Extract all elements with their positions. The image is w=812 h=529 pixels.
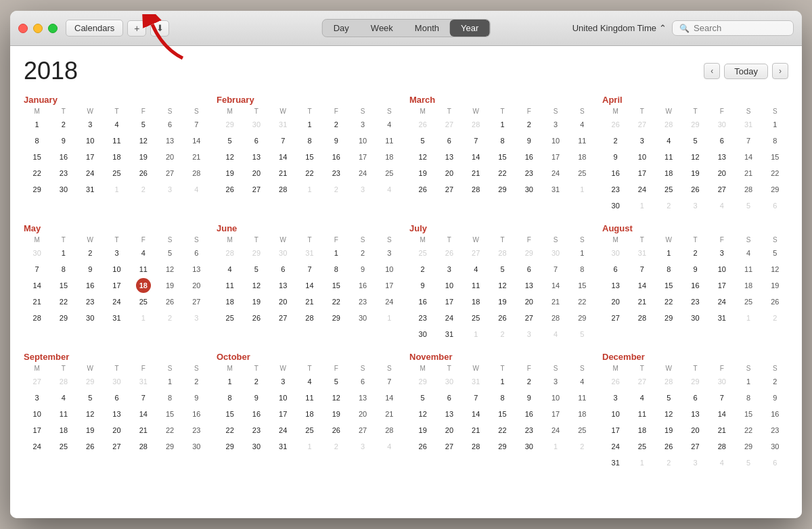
day-cell[interactable]: 12 [249,278,264,293]
day-cell[interactable]: 7 [302,262,317,277]
day-cell[interactable]: 5 [741,455,756,470]
month-title-december[interactable]: December [602,352,788,362]
day-cell[interactable]: 12 [136,133,151,148]
day-cell[interactable]: 3 [608,390,623,405]
day-cell[interactable]: 26 [661,439,676,454]
day-cell[interactable]: 28 [136,439,151,454]
day-cell[interactable]: 21 [635,294,650,309]
day-cell[interactable]: 1 [495,374,510,389]
tab-month[interactable]: Month [404,20,450,37]
day-cell[interactable]: 24 [109,294,124,309]
day-cell[interactable]: 26 [162,294,177,309]
day-cell[interactable]: 26 [608,117,623,132]
month-title-november[interactable]: November [409,352,595,362]
day-cell[interactable]: 1 [767,117,782,132]
day-cell[interactable]: 6 [767,198,782,213]
day-cell[interactable]: 15 [302,150,317,164]
day-cell[interactable]: 1 [329,246,344,260]
day-cell[interactable]: 27 [442,182,457,197]
day-cell[interactable]: 6 [522,262,537,277]
day-cell[interactable]: 3 [355,182,370,197]
day-cell[interactable]: 30 [83,310,97,325]
day-cell[interactable]: 12 [687,150,702,164]
day-cell[interactable]: 12 [415,150,430,164]
day-cell[interactable]: 4 [189,182,204,197]
day-cell[interactable]: 13 [355,390,370,405]
day-cell[interactable]: 2 [522,374,537,389]
day-cell[interactable]: 24 [355,166,370,181]
day-cell[interactable]: 11 [574,390,589,405]
day-cell[interactable]: 8 [223,390,238,405]
day-cell[interactable]: 18 [136,278,151,293]
day-cell[interactable]: 30 [249,439,264,454]
day-cell[interactable]: 20 [249,166,264,181]
day-cell[interactable]: 22 [329,294,344,309]
day-cell[interactable]: 3 [275,374,290,389]
minimize-button[interactable] [33,24,43,33]
day-cell[interactable]: 6 [109,390,124,405]
day-cell[interactable]: 15 [56,278,71,293]
day-cell[interactable]: 16 [415,294,430,309]
day-cell[interactable]: 7 [189,117,204,132]
month-title-march[interactable]: March [409,95,595,105]
day-cell[interactable]: 12 [661,407,676,421]
day-cell[interactable]: 5 [741,198,756,213]
day-cell[interactable]: 6 [715,133,729,148]
day-cell[interactable]: 26 [687,182,702,197]
day-cell[interactable]: 8 [56,262,71,277]
day-cell[interactable]: 27 [30,374,45,389]
add-event-button[interactable]: + [127,20,146,37]
day-cell[interactable]: 26 [415,117,430,132]
day-cell[interactable]: 28 [495,246,510,260]
day-cell[interactable]: 16 [355,278,370,293]
day-cell[interactable]: 22 [767,166,782,181]
day-cell[interactable]: 22 [30,166,45,181]
day-cell[interactable]: 24 [548,166,563,181]
day-cell[interactable]: 10 [275,390,290,405]
day-cell[interactable]: 15 [767,150,782,164]
day-cell[interactable]: 26 [415,182,430,197]
day-cell[interactable]: 9 [767,390,782,405]
day-cell[interactable]: 5 [83,390,97,405]
day-cell[interactable]: 3 [162,182,177,197]
day-cell[interactable]: 26 [767,294,782,309]
day-cell[interactable]: 14 [468,150,483,164]
day-cell[interactable]: 4 [223,262,238,277]
day-cell[interactable]: 2 [162,310,177,325]
day-cell[interactable]: 3 [355,117,370,132]
day-cell[interactable]: 30 [56,182,71,197]
day-cell[interactable]: 25 [223,310,238,325]
day-cell[interactable]: 23 [249,423,264,438]
day-cell[interactable]: 29 [495,182,510,197]
day-cell[interactable]: 25 [136,294,151,309]
day-cell[interactable]: 25 [635,439,650,454]
day-cell[interactable]: 2 [495,327,510,342]
day-cell[interactable]: 31 [635,246,650,260]
day-cell[interactable]: 8 [661,262,676,277]
day-cell[interactable]: 29 [415,374,430,389]
day-cell[interactable]: 27 [442,117,457,132]
day-cell[interactable]: 28 [468,439,483,454]
day-cell[interactable]: 22 [495,423,510,438]
day-cell[interactable]: 5 [162,246,177,260]
day-cell[interactable]: 2 [522,117,537,132]
day-cell[interactable]: 8 [741,390,756,405]
day-cell[interactable]: 6 [249,133,264,148]
day-cell[interactable]: 23 [83,294,97,309]
day-cell[interactable]: 11 [109,133,124,148]
day-cell[interactable]: 31 [442,327,457,342]
day-cell[interactable]: 19 [767,278,782,293]
day-cell[interactable]: 12 [83,407,97,421]
day-cell[interactable]: 25 [574,166,589,181]
day-cell[interactable]: 6 [162,117,177,132]
day-cell[interactable]: 31 [275,439,290,454]
day-cell[interactable]: 7 [275,133,290,148]
day-cell[interactable]: 3 [382,246,397,260]
day-cell[interactable]: 26 [495,310,510,325]
day-cell[interactable]: 23 [355,294,370,309]
day-cell[interactable]: 17 [275,407,290,421]
day-cell[interactable]: 5 [136,117,151,132]
day-cell[interactable]: 6 [608,262,623,277]
day-cell[interactable]: 6 [767,455,782,470]
search-field[interactable]: 🔍 [672,20,794,36]
